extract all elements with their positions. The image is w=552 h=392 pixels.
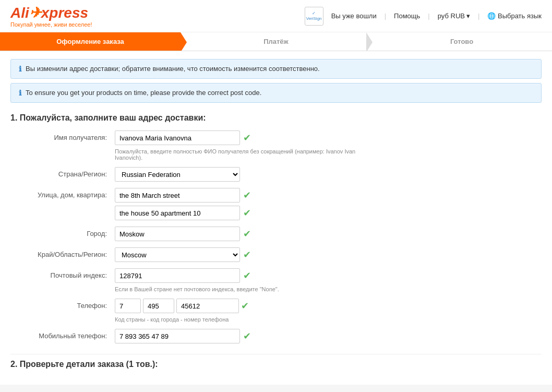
phone-controls: ✔ Код страны - код города - номер телефо… xyxy=(115,299,542,323)
recipient-row: Имя получателя: ✔ Пожалуйста, введите по… xyxy=(10,130,542,161)
divider3: | xyxy=(478,12,479,20)
postal-input[interactable] xyxy=(115,268,240,283)
city-check-icon: ✔ xyxy=(243,228,251,240)
alert2-text: To ensure you get your products on time,… xyxy=(26,89,261,97)
info-icon-2: ℹ xyxy=(19,89,21,97)
recipient-input[interactable] xyxy=(115,130,240,145)
main-content: ℹ Вы изменили адрес доставки; обратите в… xyxy=(0,51,552,385)
recipient-hint: Пожалуйста, введите полностью ФИО получа… xyxy=(115,148,376,161)
step2-label: Платёж xyxy=(263,38,289,45)
street-row: Улица, дом, квартира: ✔ ✔ xyxy=(10,188,542,220)
logo-ali: Ali xyxy=(10,5,29,21)
step3-label: Готово xyxy=(450,38,473,45)
step1-label: Оформление заказа xyxy=(56,38,124,45)
street-input-1[interactable] xyxy=(115,188,240,203)
language-text: Выбрать язык xyxy=(498,12,542,20)
header-right: ✓VeriSign Вы уже вошли | Помощь | руб RU… xyxy=(305,7,542,26)
phone-number-input[interactable] xyxy=(176,299,239,313)
city-controls: ✔ xyxy=(115,227,542,241)
city-label: Город: xyxy=(10,227,115,237)
street-check-icon-1: ✔ xyxy=(243,189,251,201)
city-input[interactable] xyxy=(115,227,240,241)
postal-check-icon: ✔ xyxy=(243,270,251,281)
city-row: Город: ✔ xyxy=(10,227,542,241)
logo-arrow: ✈ xyxy=(29,5,41,21)
recipient-input-row: ✔ xyxy=(115,130,542,145)
alert1-text: Вы изменили адрес доставки; обратите вни… xyxy=(26,65,320,73)
currency-text: руб RUB xyxy=(438,12,465,20)
help-link[interactable]: Помощь xyxy=(394,12,420,20)
region-input-row: Moscow Saint Petersburg Novosibirsk ✔ xyxy=(115,247,542,262)
region-check-icon: ✔ xyxy=(243,249,251,260)
recipient-controls: ✔ Пожалуйста, введите полностью ФИО полу… xyxy=(115,130,542,161)
postal-controls: ✔ Если в Вашей стране нет почтового инде… xyxy=(115,268,542,292)
divider2: | xyxy=(428,12,429,20)
phone-country-input[interactable] xyxy=(115,299,141,313)
country-select[interactable]: Russian Federation United States Germany… xyxy=(115,167,240,182)
country-controls: Russian Federation United States Germany… xyxy=(115,167,542,182)
mobile-controls: ✔ xyxy=(115,329,542,343)
step-payment: Платёж xyxy=(181,32,366,51)
postal-hint: Если в Вашей стране нет почтового индекс… xyxy=(115,286,376,292)
alert-postcode: ℹ To ensure you get your products on tim… xyxy=(10,83,542,103)
step2-arrow xyxy=(366,32,373,51)
header: Ali✈xpress Покупай умнее, живи веселее! … xyxy=(0,0,552,32)
logo-tagline: Покупай умнее, живи веселее! xyxy=(10,21,92,28)
region-row: Край/Область/Регион: Moscow Saint Peters… xyxy=(10,247,542,262)
street-check-icon-2: ✔ xyxy=(243,207,251,219)
country-input-row: Russian Federation United States Germany… xyxy=(115,167,542,182)
phone-check-icon: ✔ xyxy=(241,300,249,312)
region-controls: Moscow Saint Petersburg Novosibirsk ✔ xyxy=(115,247,542,262)
logo-xpress: xpress xyxy=(41,5,88,21)
step1-arrow xyxy=(181,32,187,51)
info-icon-1: ℹ xyxy=(19,65,21,73)
verified-badge: ✓VeriSign xyxy=(305,7,323,26)
section-title-address: 1. Пожалуйста, заполните ваш адрес доста… xyxy=(10,113,542,123)
mobile-input-row: ✔ xyxy=(115,329,542,343)
currency-button[interactable]: руб RUB ▾ xyxy=(438,12,470,20)
logged-in-text: Вы уже вошли xyxy=(331,12,377,20)
street-label: Улица, дом, квартира: xyxy=(10,188,115,199)
street-controls: ✔ ✔ xyxy=(115,188,542,220)
phone-label: Телефон: xyxy=(10,299,115,310)
mobile-check-icon: ✔ xyxy=(243,330,251,342)
logo-area: Ali✈xpress Покупай умнее, живи веселее! xyxy=(10,4,92,28)
language-button[interactable]: 🌐 Выбрать язык xyxy=(487,12,542,20)
postal-row: Почтовый индекс: ✔ Если в Вашей стране н… xyxy=(10,268,542,292)
phone-input-row: ✔ xyxy=(115,299,542,313)
globe-icon: 🌐 xyxy=(487,12,496,20)
recipient-check-icon: ✔ xyxy=(243,132,251,144)
mobile-row: Мобильный телефон: ✔ xyxy=(10,329,542,343)
mobile-input[interactable] xyxy=(115,329,240,343)
verified-icon: ✓VeriSign xyxy=(305,7,323,26)
city-input-row: ✔ xyxy=(115,227,542,241)
country-row: Страна/Регион: Russian Federation United… xyxy=(10,167,542,182)
postal-label: Почтовый индекс: xyxy=(10,268,115,279)
verified-text: ✓VeriSign xyxy=(306,11,322,21)
postal-input-row: ✔ xyxy=(115,268,542,283)
street-input-row1: ✔ xyxy=(115,188,542,203)
progress-bar: Оформление заказа Платёж Готово xyxy=(0,32,552,51)
country-label: Страна/Регион: xyxy=(10,167,115,178)
phone-row: Телефон: ✔ Код страны - код города - ном… xyxy=(10,299,542,323)
mobile-label: Мобильный телефон: xyxy=(10,329,115,340)
divider1: | xyxy=(385,12,386,20)
step-order: Оформление заказа xyxy=(0,32,181,51)
recipient-label: Имя получателя: xyxy=(10,130,115,141)
region-select[interactable]: Moscow Saint Petersburg Novosibirsk xyxy=(115,247,240,262)
phone-hint: Код страны - код города - номер телефона xyxy=(115,316,376,323)
currency-arrow-icon: ▾ xyxy=(466,12,470,20)
street-input-row2: ✔ xyxy=(115,206,542,220)
phone-city-input[interactable] xyxy=(143,299,174,313)
region-label: Край/Область/Регион: xyxy=(10,247,115,258)
logo: Ali✈xpress xyxy=(10,4,92,21)
section-title-order: 2. Проверьте детали заказа (1 тов.): xyxy=(10,354,542,369)
street-input-2[interactable] xyxy=(115,206,240,220)
alert-shipping-change: ℹ Вы изменили адрес доставки; обратите в… xyxy=(10,59,542,79)
step-done: Готово xyxy=(366,32,552,51)
